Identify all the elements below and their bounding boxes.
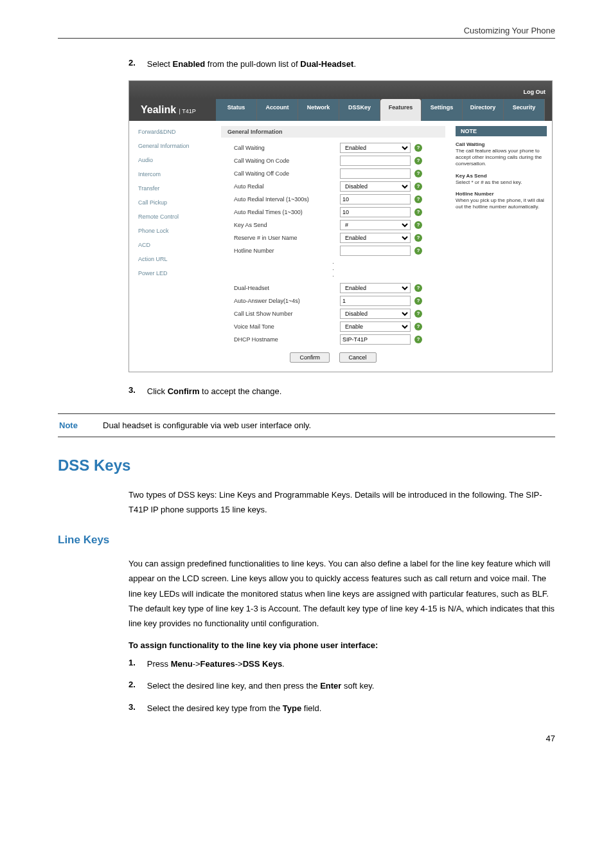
tab-features[interactable]: Features (380, 99, 422, 121)
form-input[interactable] (340, 334, 411, 345)
note-text: Dual headset is configurable via web use… (103, 420, 311, 430)
confirm-button[interactable]: Confirm (290, 352, 330, 363)
tab-settings[interactable]: Settings (422, 99, 463, 121)
t: . (353, 59, 356, 69)
form-input[interactable] (340, 246, 411, 256)
sidebar-item[interactable]: Audio (129, 153, 216, 167)
form-select[interactable]: Enabled (340, 233, 411, 243)
tab-security[interactable]: Security (504, 99, 545, 121)
t: Press (147, 659, 171, 669)
form-label: Reserve # in User Name (234, 235, 340, 241)
t: Features (200, 659, 235, 669)
note-header: NOTE (456, 126, 547, 136)
t: Menu (171, 659, 193, 669)
form-label: Auto-Answer Delay(1~4s) (234, 298, 340, 304)
tab-directory[interactable]: Directory (463, 99, 504, 121)
sidebar-item[interactable]: Forward&DND (129, 125, 216, 139)
form-select[interactable]: Enabled (340, 143, 411, 153)
note-box: Note Dual headset is configurable via we… (58, 413, 555, 437)
form-label: Auto Redial Interval (1~300s) (234, 196, 340, 203)
t: to accept the change. (199, 386, 281, 396)
form-label: DHCP Hostname (234, 336, 340, 343)
form-select[interactable]: # (340, 220, 411, 230)
form-input[interactable] (340, 194, 411, 204)
t: Select (147, 59, 173, 69)
form-label: Auto Redial Times (1~300) (234, 209, 340, 215)
t: -> (193, 659, 200, 669)
sidebar-item[interactable]: Remote Control (129, 210, 216, 224)
step-3: 3. Click Confirm to accept the change. (129, 385, 555, 398)
help-icon[interactable]: ? (414, 221, 422, 229)
help-icon[interactable]: ? (414, 284, 422, 292)
page-number: 47 (58, 734, 555, 743)
sidebar-item[interactable]: Power LED (129, 266, 216, 280)
sidebar-item[interactable]: Phone Lock (129, 224, 216, 238)
sidebar-item[interactable]: Action URL (129, 252, 216, 266)
sidebar-item[interactable]: ACD (129, 238, 216, 252)
header-right: Customizing Your Phone (58, 26, 555, 35)
t: from the pull-down list of (205, 59, 300, 69)
t: Enter (320, 681, 341, 691)
help-icon[interactable]: ? (414, 170, 422, 177)
t: Select the desired line key, and then pr… (147, 681, 320, 691)
help-icon[interactable]: ? (414, 336, 422, 343)
sidebar-item[interactable]: Call Pickup (129, 195, 216, 210)
help-icon[interactable]: ? (414, 208, 422, 216)
form-select[interactable]: Enabled (340, 283, 411, 293)
form-select[interactable]: Disabled (340, 309, 411, 319)
form-label: Auto Redial (234, 183, 340, 190)
tab-network[interactable]: Network (298, 99, 339, 121)
sidebar-item[interactable]: General Information (129, 139, 216, 153)
logout-link[interactable]: Log Out (524, 89, 546, 99)
subsection-heading: Line Keys (58, 534, 555, 547)
tab-status[interactable]: Status (216, 99, 257, 121)
note-block-body: When you pick up the phone, it will dial… (456, 197, 547, 211)
form-label: Key As Send (234, 222, 340, 228)
form-input[interactable] (340, 207, 411, 217)
t: Enabled (173, 59, 206, 69)
help-icon[interactable]: ? (414, 247, 422, 255)
section-heading: DSS Keys (58, 457, 555, 475)
note-label: Note (58, 420, 103, 430)
help-icon[interactable]: ? (414, 297, 422, 305)
form-select[interactable]: Enable (340, 321, 411, 332)
help-icon[interactable]: ? (414, 234, 422, 242)
form-label: Call Waiting Off Code (234, 170, 340, 177)
help-icon[interactable]: ? (414, 157, 422, 165)
paragraph: Two types of DSS keys: Line Keys and Pro… (129, 487, 555, 518)
form-label: Call List Show Number (234, 311, 340, 317)
form-input[interactable] (340, 296, 411, 306)
form-input[interactable] (340, 168, 411, 179)
brand-logo: Yealink | T41P (129, 99, 216, 121)
help-icon[interactable]: ? (414, 183, 422, 190)
form-select[interactable]: Disabled (340, 181, 411, 192)
section-title: General Information (221, 126, 445, 138)
note-block-title: Call Waiting (456, 141, 547, 147)
tab-account[interactable]: Account (257, 99, 298, 121)
cancel-button[interactable]: Cancel (339, 352, 377, 363)
form-label: Call Waiting (234, 145, 340, 151)
sidebar: Forward&DND General Information Audio In… (129, 121, 216, 372)
step-2b: 2. Select the desired line key, and then… (129, 680, 555, 692)
help-icon[interactable]: ? (414, 310, 422, 318)
tab-dsskey[interactable]: DSSKey (339, 99, 380, 121)
form-label: Hotline Number (234, 248, 340, 254)
paragraph: You can assign predefined functionalitie… (129, 556, 555, 631)
t: -> (235, 659, 243, 669)
note-block-title: Key As Send (456, 173, 547, 179)
form-label: Voice Mail Tone (234, 323, 340, 330)
step-number: 2. (129, 58, 136, 71)
note-block-body: The call feature allows your phone to ac… (456, 148, 547, 168)
sidebar-item[interactable]: Transfer (129, 181, 216, 195)
sidebar-item[interactable]: Intercom (129, 167, 216, 181)
t: soft key. (341, 681, 374, 691)
help-icon[interactable]: ? (414, 323, 422, 330)
t: Type (283, 703, 301, 713)
help-icon[interactable]: ? (414, 144, 422, 152)
web-ui-screenshot: Log Out Yealink | T41P Status Account Ne… (129, 80, 555, 372)
t: DSS Keys (243, 659, 282, 669)
help-icon[interactable]: ? (414, 195, 422, 203)
t: Dual-Headset (300, 59, 353, 69)
form-input[interactable] (340, 156, 411, 166)
step-2: 2. Select Enabled from the pull-down lis… (129, 58, 555, 71)
